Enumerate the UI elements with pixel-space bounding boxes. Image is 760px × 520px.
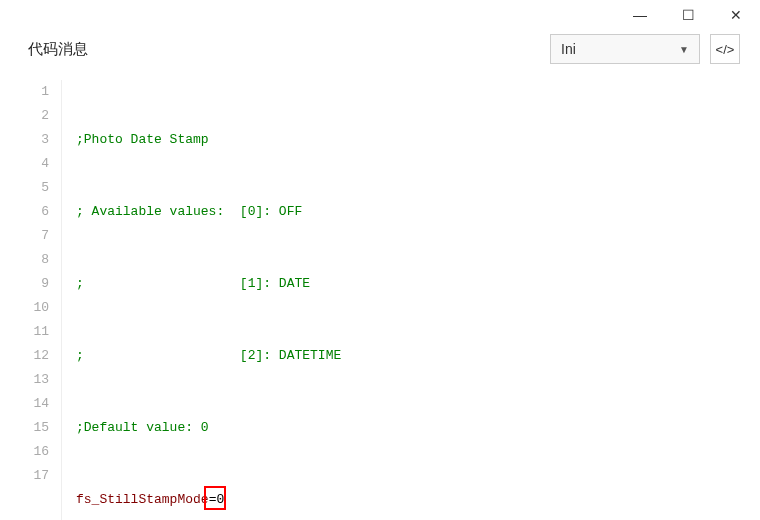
line-number: 8 [6,248,49,272]
page-title: 代码消息 [28,40,88,59]
line-number: 7 [6,224,49,248]
code-editor[interactable]: 1 2 3 4 5 6 7 8 9 10 11 12 13 14 15 16 1… [0,74,760,520]
line-number: 9 [6,272,49,296]
header-controls: Ini ▼ </> [550,34,740,64]
header-bar: 代码消息 Ini ▼ </> [0,30,760,74]
line-number: 4 [6,152,49,176]
line-number: 16 [6,440,49,464]
language-select-value: Ini [561,41,576,57]
code-line: ;Default value: 0 [76,416,760,440]
code-line: fs_StillStampMode=0 [76,488,760,512]
line-number: 6 [6,200,49,224]
ini-key: fs_StillStampMode [76,492,209,507]
comment-text: ; [2]: DATETIME [76,348,341,363]
ini-value: 0 [216,492,224,507]
line-number-gutter: 1 2 3 4 5 6 7 8 9 10 11 12 13 14 15 16 1… [6,80,62,520]
minimize-button[interactable]: — [622,3,658,27]
code-line: ;Photo Date Stamp [76,128,760,152]
line-number: 2 [6,104,49,128]
line-number: 3 [6,128,49,152]
code-line: ; [2]: DATETIME [76,344,760,368]
line-number: 15 [6,416,49,440]
comment-text: ; [1]: DATE [76,276,310,291]
line-number: 10 [6,296,49,320]
chevron-down-icon: ▼ [679,44,689,55]
code-icon: </> [716,42,735,57]
close-button[interactable]: ✕ [718,3,754,27]
line-number: 1 [6,80,49,104]
code-line: ; [1]: DATE [76,272,760,296]
line-number: 13 [6,368,49,392]
comment-text: ;Default value: 0 [76,420,209,435]
line-number: 14 [6,392,49,416]
window-titlebar: — ☐ ✕ [0,0,760,30]
line-number: 17 [6,464,49,488]
line-number: 5 [6,176,49,200]
maximize-button[interactable]: ☐ [670,3,706,27]
comment-text: ;Photo Date Stamp [76,132,209,147]
code-line: ; Available values: [0]: OFF [76,200,760,224]
language-select[interactable]: Ini ▼ [550,34,700,64]
comment-text: ; Available values: [0]: OFF [76,204,302,219]
code-content[interactable]: ;Photo Date Stamp ; Available values: [0… [62,80,760,520]
line-number: 11 [6,320,49,344]
line-number: 12 [6,344,49,368]
toggle-code-button[interactable]: </> [710,34,740,64]
